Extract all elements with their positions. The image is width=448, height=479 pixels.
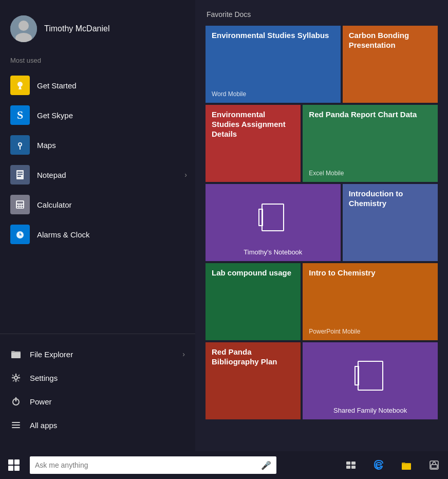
svg-rect-15: [20, 205, 21, 206]
file-explorer-taskbar-icon: [401, 459, 412, 471]
svg-rect-18: [20, 207, 21, 208]
svg-point-1: [18, 21, 29, 31]
most-used-label: Most used: [0, 52, 195, 70]
win-logo-q3: [8, 466, 13, 471]
tile-title-red-panda-bibliography: Red Panda Bibliography Plan: [212, 347, 294, 414]
windows-logo: [8, 459, 20, 471]
app-item-notepad[interactable]: Notepad ›: [0, 160, 195, 190]
divider: [0, 334, 195, 334]
tile-red-panda-chart[interactable]: Red Panda Report Chart Data Excel Mobile: [303, 105, 438, 182]
notepad-icon: [10, 165, 30, 185]
avatar: [10, 15, 37, 42]
tile-title-shared-family-notebook: Shared Family Notebook: [333, 407, 407, 414]
tile-red-panda-bibliography[interactable]: Red Panda Bibliography Plan: [206, 342, 301, 419]
svg-rect-17: [17, 207, 18, 208]
left-panel: Timothy McDaniel Most used Get Started S: [0, 0, 195, 451]
svg-rect-16: [22, 205, 23, 206]
tile-title-env-syllabus: Environmental Studies Syllabus: [212, 31, 334, 87]
svg-rect-32: [351, 462, 356, 465]
app-item-alarms-clock[interactable]: Alarms & Clock: [0, 219, 195, 249]
tiles-row-1: Environmental Studies Syllabus Word Mobi…: [206, 26, 438, 103]
get-skype-label: Get Skype: [37, 111, 73, 120]
bottom-app-all-apps[interactable]: All apps: [0, 413, 195, 437]
svg-rect-33: [346, 466, 350, 469]
bottom-app-settings[interactable]: Settings: [0, 366, 195, 390]
app-item-calculator[interactable]: Calculator: [0, 190, 195, 219]
tile-shared-family-notebook[interactable]: Shared Family Notebook: [303, 342, 438, 419]
tiles-row-5: Red Panda Bibliography Plan Shared Famil…: [206, 342, 438, 419]
search-input[interactable]: [35, 461, 261, 469]
notepad-label: Notepad: [37, 171, 66, 179]
tile-intro-to-chemistry-ppt[interactable]: Intro to Chemistry PowerPoint Mobile: [303, 263, 438, 340]
bottom-app-power[interactable]: Power: [0, 390, 195, 413]
win-logo-q4: [14, 466, 20, 471]
tile-title-carbon-bonding: Carbon Bonding Presentation: [349, 31, 432, 98]
svg-rect-13: [17, 201, 23, 204]
app-item-get-skype[interactable]: S Get Skype: [0, 100, 195, 130]
skype-icon: S: [10, 105, 30, 125]
maps-icon: [10, 135, 30, 155]
app-item-maps[interactable]: Maps: [0, 130, 195, 160]
svg-rect-34: [351, 466, 356, 469]
svg-rect-37: [431, 465, 437, 468]
svg-rect-10: [17, 174, 23, 175]
tiles-row-4: Lab compound usage Intro to Chemistry Po…: [206, 263, 438, 340]
svg-rect-30: [12, 427, 20, 428]
start-menu: Timothy McDaniel Most used Get Started S: [0, 0, 448, 451]
alarms-clock-icon: [10, 225, 30, 244]
svg-point-23: [20, 234, 21, 235]
tile-subtitle-intro-to-chemistry-ppt: PowerPoint Mobile: [309, 328, 432, 335]
store-button[interactable]: [420, 451, 448, 479]
bottom-app-file-explorer[interactable]: File Explorer ›: [0, 342, 195, 366]
tile-subtitle-env-syllabus: Word Mobile: [212, 90, 334, 98]
win-logo-q2: [14, 459, 20, 465]
tile-title-intro-chemistry: Introduction to Chemistry: [349, 189, 432, 256]
tile-env-assignment[interactable]: Environmental Studies Assignment Details: [206, 105, 301, 182]
bottom-apps: File Explorer › Settings: [0, 338, 195, 441]
svg-rect-31: [346, 462, 350, 465]
svg-point-25: [14, 376, 17, 379]
avatar-image: [10, 15, 37, 42]
store-icon: [428, 459, 440, 471]
file-explorer-chevron: ›: [182, 350, 185, 358]
app-list: Get Started S Get Skype Maps: [0, 70, 195, 329]
edge-icon: [373, 459, 384, 471]
power-icon: [10, 396, 22, 407]
tile-title-env-assignment: Environmental Studies Assignment Details: [212, 110, 294, 177]
tile-title-lab-compound: Lab compound usage: [212, 268, 294, 335]
settings-label: Settings: [30, 374, 58, 382]
edge-button[interactable]: [365, 451, 393, 479]
task-view-button[interactable]: [337, 451, 365, 479]
mic-icon: 🎤: [261, 460, 271, 470]
svg-rect-4: [19, 87, 21, 88]
shared-notebook-icon: [358, 361, 383, 391]
svg-point-3: [17, 82, 23, 87]
settings-icon: [10, 372, 22, 383]
search-bar[interactable]: 🎤: [30, 456, 276, 474]
app-item-get-started[interactable]: Get Started: [0, 70, 195, 100]
svg-point-7: [19, 143, 21, 145]
tile-timothys-notebook[interactable]: Timothy's Notebook: [206, 184, 341, 261]
favorite-docs-label: Favorite Docs: [206, 10, 438, 19]
tile-subtitle-red-panda-chart: Excel Mobile: [309, 170, 432, 177]
svg-rect-11: [17, 176, 21, 177]
svg-rect-5: [18, 88, 22, 89]
tile-carbon-bonding[interactable]: Carbon Bonding Presentation: [343, 26, 438, 103]
win-logo-q1: [8, 459, 13, 465]
tile-intro-chemistry[interactable]: Introduction to Chemistry: [343, 184, 438, 261]
user-section: Timothy McDaniel: [0, 10, 195, 52]
tile-title-red-panda-chart: Red Panda Report Chart Data: [309, 110, 432, 167]
all-apps-icon: [10, 419, 22, 431]
tiles-row-3: Timothy's Notebook Introduction to Chemi…: [206, 184, 438, 261]
svg-rect-9: [17, 172, 23, 173]
svg-rect-19: [22, 207, 23, 208]
tiles-row-2: Environmental Studies Assignment Details…: [206, 105, 438, 182]
username: Timothy McDaniel: [44, 24, 109, 33]
alarms-clock-label: Alarms & Clock: [37, 230, 90, 239]
tile-environmental-studies-syllabus[interactable]: Environmental Studies Syllabus Word Mobi…: [206, 26, 341, 103]
file-explorer-taskbar-button[interactable]: [393, 451, 420, 479]
tile-lab-compound[interactable]: Lab compound usage: [206, 263, 301, 340]
start-button[interactable]: [0, 451, 28, 479]
svg-rect-29: [12, 425, 20, 426]
notebook-icon-container: [262, 189, 284, 245]
